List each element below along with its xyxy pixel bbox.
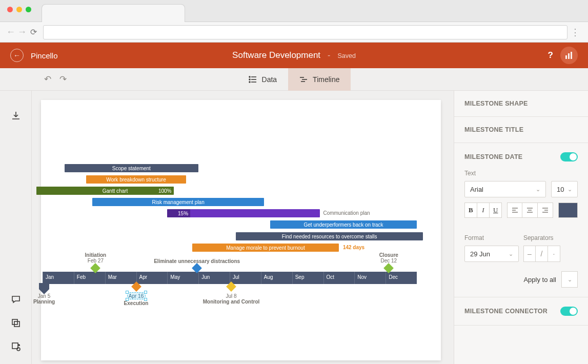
reload-icon[interactable]: ⟳ — [28, 27, 39, 37]
underline-button[interactable]: U — [490, 203, 502, 218]
task-progress: 15% — [167, 209, 190, 217]
brand-name[interactable]: Pincello — [31, 51, 58, 60]
task-bar[interactable]: 15% — [167, 209, 320, 217]
axis-month-label: Nov — [357, 274, 367, 280]
back-icon[interactable]: ← — [5, 27, 16, 37]
section-title[interactable]: MILESTONE TITLE — [454, 117, 588, 143]
app-header: ← Pincello Software Development - Saved … — [0, 43, 588, 68]
text-color-swatch[interactable] — [558, 203, 578, 218]
bold-button[interactable]: B — [464, 203, 477, 218]
date-toggle[interactable] — [560, 152, 578, 161]
font-size-value: 10 — [557, 186, 564, 193]
font-select[interactable]: Arial ⌄ — [464, 181, 546, 197]
tab-timeline-label: Timeline — [313, 75, 339, 84]
title-separator: - — [328, 51, 330, 60]
axis-month-label: Aug — [264, 274, 273, 280]
redo-icon[interactable]: ↷ — [59, 74, 67, 85]
task-label: Gantt chart — [103, 188, 128, 194]
milestone-date-editor[interactable]: Apr 16 — [127, 292, 146, 299]
task-bar[interactable]: Find needed resources to overcome stalls — [236, 232, 423, 240]
milestone-name: Planning — [32, 299, 75, 305]
italic-button[interactable]: I — [477, 203, 490, 218]
task-bar[interactable]: 100%Gantt chart — [36, 187, 174, 195]
axis-month-label: Sep — [295, 274, 305, 280]
tab-timeline[interactable]: Timeline — [288, 68, 351, 91]
separator-group: –/· — [523, 246, 578, 262]
app-back-button[interactable]: ← — [10, 49, 24, 62]
apply-all-dropdown[interactable]: ⌄ — [561, 271, 578, 288]
task-bar[interactable]: Get underperformers back on track — [270, 220, 417, 229]
comment-icon[interactable] — [11, 294, 21, 307]
separator-option[interactable]: – — [523, 246, 536, 262]
duplicate-icon[interactable] — [11, 318, 21, 330]
task-bar[interactable]: Work breakdown structure — [86, 175, 186, 184]
settings-export-icon[interactable] — [11, 341, 21, 354]
axis-month-label: Oct — [327, 274, 335, 280]
axis-month-label: Jul — [233, 274, 239, 280]
axis-month-label: Mar — [108, 274, 117, 280]
left-rail — [0, 91, 32, 364]
format-label: Format — [464, 234, 519, 241]
separator-option[interactable]: / — [536, 246, 548, 262]
chevron-down-icon: ⌄ — [536, 186, 540, 193]
milestone-name: Eliminate unnecessary distractions — [151, 258, 243, 264]
window-controls — [0, 0, 31, 12]
font-size-select[interactable]: 10 ⌄ — [551, 181, 578, 197]
chevron-down-icon: ⌄ — [567, 186, 572, 193]
svg-rect-1 — [568, 53, 570, 59]
save-status: Saved — [337, 52, 355, 59]
canvas-area[interactable]: JanFebMarAprMayJunJulAugSepOctNovDecScop… — [32, 91, 454, 364]
section-shape[interactable]: MILESTONE SHAPE — [454, 91, 588, 117]
section-connector: MILESTONE CONNECTOR — [454, 297, 588, 326]
section-date-header: MILESTONE DATE — [464, 153, 522, 160]
milestone-name: Execution — [106, 300, 167, 306]
undo-icon[interactable]: ↶ — [44, 74, 51, 85]
app-switcher-button[interactable] — [560, 47, 578, 64]
selection-handle[interactable] — [144, 291, 147, 294]
milestone-name: Closure — [373, 252, 404, 258]
minimize-window-icon[interactable] — [16, 7, 22, 12]
axis-month-label: May — [170, 274, 180, 280]
task-bar[interactable]: Manage morale to prevent burnout — [192, 244, 339, 252]
help-icon[interactable]: ? — [548, 50, 553, 60]
task-duration-label: 142 days — [343, 245, 364, 250]
task-bar[interactable]: Risk management plan — [92, 198, 264, 206]
format-select[interactable]: 29 Jun ⌄ — [464, 246, 519, 262]
align-left-button[interactable] — [507, 203, 522, 218]
milestone-date: Dec 12 — [373, 258, 404, 264]
svg-point-15 — [17, 348, 20, 351]
forward-icon[interactable]: → — [16, 27, 28, 37]
maximize-window-icon[interactable] — [26, 7, 31, 12]
align-center-button[interactable] — [522, 203, 538, 218]
browser-menu-icon[interactable]: ⋮ — [567, 27, 583, 38]
chevron-down-icon: ⌄ — [509, 251, 513, 257]
document-title[interactable]: Software Development — [232, 50, 320, 60]
connector-toggle[interactable] — [560, 307, 578, 316]
timeline-canvas[interactable]: JanFebMarAprMayJunJulAugSepOctNovDecScop… — [41, 100, 441, 360]
tab-data[interactable]: Data — [237, 68, 289, 91]
align-right-button[interactable] — [538, 203, 553, 218]
milestone-name: Monitoring and Control — [200, 299, 262, 305]
apply-all-button[interactable]: Apply to all — [523, 276, 556, 284]
svg-rect-13 — [14, 321, 19, 327]
selection-handle[interactable] — [126, 291, 129, 294]
task-bar[interactable]: Scope statement — [65, 164, 199, 172]
milestone-date: Feb 27 — [80, 258, 111, 264]
separators-label: Separators — [523, 234, 578, 241]
sub-toolbar: ↶ ↷ Data Timeline — [0, 68, 588, 91]
section-connector-header: MILESTONE CONNECTOR — [464, 308, 548, 315]
close-window-icon[interactable] — [7, 7, 13, 12]
svg-point-4 — [249, 79, 250, 80]
task-label-outside: Communication plan — [323, 210, 370, 216]
axis-month-label: Dec — [389, 274, 398, 280]
svg-point-3 — [249, 76, 250, 77]
separator-option[interactable]: · — [548, 246, 560, 262]
timeline-icon — [299, 75, 308, 84]
address-bar[interactable] — [43, 25, 567, 39]
browser-tab[interactable] — [42, 4, 185, 22]
download-icon[interactable] — [11, 110, 21, 123]
milestone-date: Jul 8 — [216, 293, 247, 299]
svg-point-5 — [249, 82, 250, 83]
view-toggle: Data Timeline — [237, 68, 351, 91]
undo-redo-group: ↶ ↷ — [44, 74, 67, 85]
